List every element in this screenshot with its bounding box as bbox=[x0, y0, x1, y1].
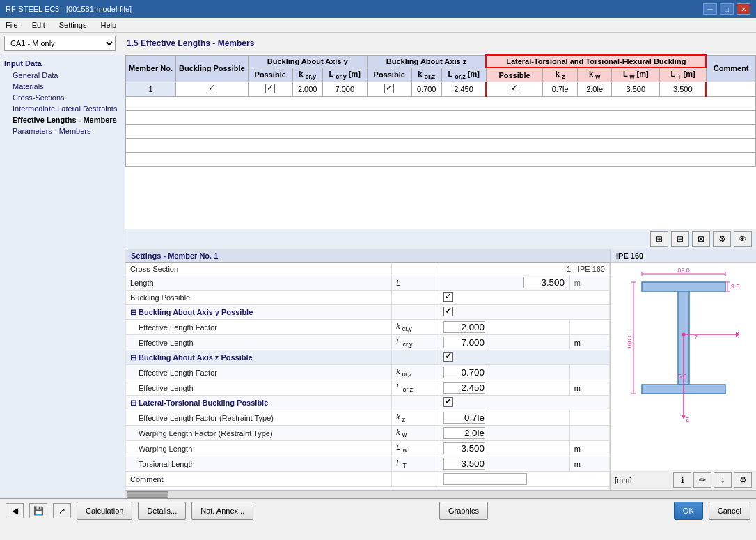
val-comment[interactable] bbox=[439, 472, 609, 487]
menu-file[interactable]: File bbox=[3, 20, 21, 31]
cs-info-button[interactable]: ℹ bbox=[673, 472, 691, 488]
label-lt-sub bbox=[392, 396, 439, 410]
maximize-button[interactable]: □ bbox=[720, 3, 734, 15]
val-kz[interactable] bbox=[439, 410, 569, 426]
th-l-orz: L or,z [m] bbox=[441, 68, 486, 82]
label-buckling-sub bbox=[392, 291, 439, 305]
view-button[interactable]: 👁 bbox=[734, 231, 752, 247]
by-possible-check[interactable] bbox=[265, 84, 275, 93]
label-cs-sub bbox=[392, 263, 439, 275]
cs-edit-button[interactable]: ✏ bbox=[693, 472, 711, 488]
sub-lw: L w bbox=[392, 441, 439, 456]
cell-lt[interactable]: 3.500 bbox=[660, 82, 707, 97]
cell-buckling-possible[interactable] bbox=[175, 82, 248, 97]
export-button[interactable]: ↗ bbox=[53, 503, 71, 518]
cell-k-cry[interactable]: 2.000 bbox=[292, 82, 322, 97]
bz-possible-check[interactable] bbox=[384, 84, 394, 93]
label-buckling: Buckling Possible bbox=[126, 291, 392, 305]
window-controls: ─ □ ✕ bbox=[703, 3, 750, 15]
case-dropdown[interactable]: CA1 - M only bbox=[4, 36, 116, 51]
label-length-sub: L bbox=[392, 275, 439, 291]
label-kz: Effective Length Factor (Restraint Type) bbox=[126, 410, 392, 426]
table-row-empty bbox=[126, 139, 756, 153]
th-buckling-possible: Buckling Possible bbox=[175, 55, 248, 82]
label-lt: ⊟ Lateral-Torsional Buckling Possible bbox=[126, 396, 392, 410]
val-k-orz[interactable] bbox=[439, 365, 569, 380]
val-length[interactable] bbox=[439, 275, 569, 291]
cell-k-orz[interactable]: 0.700 bbox=[411, 82, 441, 97]
details-button[interactable]: Details... bbox=[138, 502, 186, 520]
cs-copy-button[interactable]: ↕ bbox=[714, 472, 732, 488]
buckling-possible-check[interactable] bbox=[207, 84, 216, 93]
dim-flange-thick: 9.0 bbox=[731, 283, 739, 290]
cell-kw[interactable]: 2.0le bbox=[577, 82, 611, 97]
val-buckling[interactable] bbox=[439, 291, 609, 305]
val-lt-val[interactable] bbox=[439, 456, 569, 472]
cell-l-orz[interactable]: 2.450 bbox=[441, 82, 486, 97]
cell-lt-possible[interactable] bbox=[486, 82, 543, 97]
cancel-button[interactable]: Cancel bbox=[709, 502, 750, 520]
members-table: Member No. Buckling Possible Buckling Ab… bbox=[125, 54, 756, 167]
val-k-cry[interactable] bbox=[439, 320, 569, 335]
horizontal-scrollbar[interactable] bbox=[125, 490, 756, 498]
setting-cross-section: Cross-Section 1 - IPE 160 bbox=[126, 263, 610, 275]
sidebar-item-general[interactable]: General Data bbox=[3, 70, 122, 81]
cs-bottom-bar: [mm] ℹ ✏ ↕ ⚙ bbox=[611, 470, 756, 490]
close-button[interactable]: ✕ bbox=[737, 3, 750, 15]
cell-lw[interactable]: 3.500 bbox=[612, 82, 660, 97]
lt-possible-check[interactable] bbox=[510, 84, 519, 93]
label-l-orz: Effective Length bbox=[126, 380, 392, 396]
cell-l-cry[interactable]: 7.000 bbox=[322, 82, 367, 97]
label-k-cry: Effective Length Factor bbox=[126, 320, 392, 335]
data-table-container[interactable]: Member No. Buckling Possible Buckling Ab… bbox=[125, 54, 756, 229]
unit-kz bbox=[569, 410, 609, 426]
graphics-button[interactable]: Graphics bbox=[439, 502, 488, 520]
cell-comment[interactable] bbox=[706, 82, 755, 97]
calculation-button[interactable]: Calculation bbox=[77, 502, 132, 520]
sidebar-item-lateral[interactable]: Intermediate Lateral Restraints bbox=[3, 103, 122, 114]
nat-annex-button[interactable]: Nat. Annex... bbox=[191, 502, 253, 520]
minimize-button[interactable]: ─ bbox=[703, 3, 717, 15]
delete-button[interactable]: ⊠ bbox=[692, 231, 710, 247]
val-l-orz[interactable] bbox=[439, 380, 569, 396]
copy-button[interactable]: ⊞ bbox=[650, 231, 668, 247]
val-l-cry[interactable] bbox=[439, 335, 569, 350]
menu-settings[interactable]: Settings bbox=[56, 20, 90, 31]
sidebar-item-parameters[interactable]: Parameters - Members bbox=[3, 125, 122, 137]
table-row-empty bbox=[126, 111, 756, 125]
sidebar-item-materials[interactable]: Materials bbox=[3, 81, 122, 92]
paste-button[interactable]: ⊟ bbox=[671, 231, 689, 247]
ok-button[interactable]: OK bbox=[674, 502, 703, 520]
th-lt: L T [m] bbox=[660, 68, 707, 82]
val-lt[interactable] bbox=[439, 396, 609, 410]
buckling-check[interactable] bbox=[443, 292, 453, 302]
val-by[interactable] bbox=[439, 305, 609, 320]
settings-button[interactable]: ⚙ bbox=[713, 231, 731, 247]
menu-help[interactable]: Help bbox=[97, 20, 119, 31]
val-lw[interactable] bbox=[439, 441, 569, 456]
sidebar-item-crosssections[interactable]: Cross-Sections bbox=[3, 92, 122, 103]
label-length: Length bbox=[126, 275, 392, 291]
sidebar-item-effective-lengths[interactable]: Effective Lengths - Members bbox=[3, 114, 122, 125]
lt-check[interactable] bbox=[443, 397, 453, 407]
cs-settings-button[interactable]: ⚙ bbox=[734, 472, 752, 488]
back-button[interactable]: ◀ bbox=[6, 503, 24, 518]
th-l-cry: L cr,y [m] bbox=[322, 68, 367, 82]
cell-by-possible[interactable] bbox=[248, 82, 292, 97]
val-bz[interactable] bbox=[439, 350, 609, 365]
th-kw: k w bbox=[577, 68, 611, 82]
bz-check[interactable] bbox=[443, 352, 453, 362]
menu-edit[interactable]: Edit bbox=[29, 20, 48, 31]
by-check[interactable] bbox=[443, 307, 453, 316]
cell-kz[interactable]: 0.7le bbox=[543, 82, 577, 97]
scrollbar-thumb[interactable] bbox=[127, 491, 168, 498]
th-bz-possible: Possible bbox=[367, 68, 411, 82]
unit-lw: m bbox=[569, 441, 609, 456]
cell-bz-possible[interactable] bbox=[367, 82, 411, 97]
setting-length: Length L m bbox=[126, 275, 610, 291]
setting-by-group: ⊟ Buckling About Axis y Possible bbox=[126, 305, 610, 320]
save-button[interactable]: 💾 bbox=[29, 503, 47, 518]
app-title: RF-STEEL EC3 - [001581-model-file] bbox=[6, 5, 132, 13]
settings-title: Settings - Member No. 1 bbox=[125, 249, 610, 263]
val-kw[interactable] bbox=[439, 426, 569, 441]
